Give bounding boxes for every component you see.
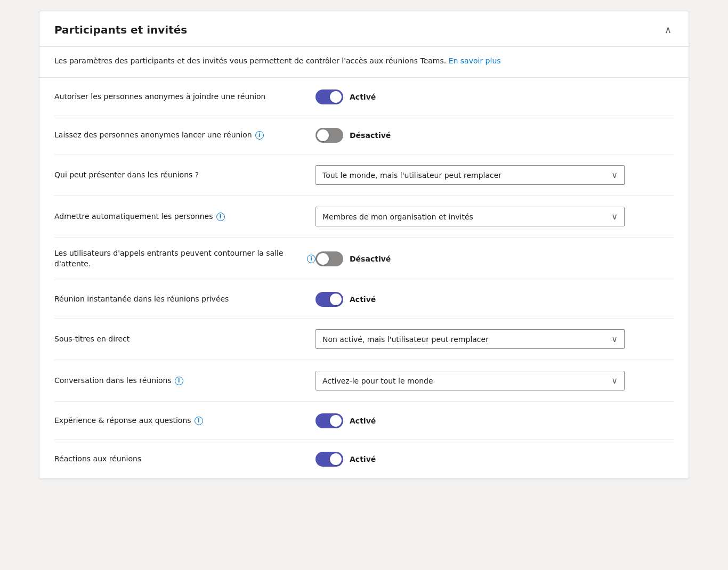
label-text-anonymous-join: Autoriser les personnes anonymes à joind… bbox=[54, 92, 266, 102]
panel-description: Les paramètres des participants et des i… bbox=[39, 47, 689, 78]
label-text-anonymous-start: Laissez des personnes anonymes lancer un… bbox=[54, 130, 252, 141]
setting-label-dial-in-bypass: Les utilisateurs d'appels entrants peuve… bbox=[54, 248, 316, 269]
setting-row-chat: Conversation dans les réunionsiActivez-l… bbox=[54, 360, 674, 402]
toggle-track-dial-in-bypass bbox=[316, 251, 343, 266]
setting-control-anonymous-join: Activé bbox=[316, 89, 674, 104]
collapse-icon: ∧ bbox=[665, 24, 672, 36]
dropdown-value-who-can-present: Tout le monde, mais l'utilisateur peut r… bbox=[322, 171, 501, 180]
description-text: Les paramètres des participants et des i… bbox=[54, 56, 446, 65]
toggle-thumb-instant-meeting bbox=[330, 294, 342, 305]
setting-row-instant-meeting: Réunion instantanée dans les réunions pr… bbox=[54, 280, 674, 319]
label-text-auto-admit: Admettre automatiquement les personnes bbox=[54, 211, 213, 222]
toggle-label-reactions: Activé bbox=[350, 455, 376, 463]
setting-label-qa: Expérience & réponse aux questionsi bbox=[54, 416, 316, 426]
dropdown-arrow-chat: ∨ bbox=[611, 376, 618, 386]
dropdown-who-can-present[interactable]: Tout le monde, mais l'utilisateur peut r… bbox=[316, 165, 625, 185]
toggle-wrapper-instant-meeting: Activé bbox=[316, 292, 376, 307]
label-text-who-can-present: Qui peut présenter dans les réunions ? bbox=[54, 170, 199, 181]
toggle-thumb-dial-in-bypass bbox=[317, 253, 329, 265]
label-text-dial-in-bypass: Les utilisateurs d'appels entrants peuve… bbox=[54, 248, 304, 269]
settings-list: Autoriser les personnes anonymes à joind… bbox=[39, 78, 689, 478]
setting-row-anonymous-start: Laissez des personnes anonymes lancer un… bbox=[54, 116, 674, 154]
dropdown-value-auto-admit: Membres de mon organisation et invités bbox=[322, 213, 473, 221]
dropdown-value-live-captions: Non activé, mais l'utilisateur peut remp… bbox=[322, 335, 489, 344]
setting-control-anonymous-start: Désactivé bbox=[316, 128, 674, 143]
info-icon-chat[interactable]: i bbox=[175, 377, 183, 385]
toggle-qa[interactable] bbox=[316, 413, 343, 428]
learn-more-link[interactable]: En savoir plus bbox=[449, 56, 501, 65]
toggle-track-instant-meeting bbox=[316, 292, 343, 307]
info-icon-qa[interactable]: i bbox=[195, 417, 203, 425]
toggle-track-reactions bbox=[316, 452, 343, 467]
info-icon-dial-in-bypass[interactable]: i bbox=[307, 255, 316, 263]
toggle-label-dial-in-bypass: Désactivé bbox=[350, 255, 391, 263]
setting-control-chat: Activez-le pour tout le monde∨ bbox=[316, 371, 674, 390]
setting-control-who-can-present: Tout le monde, mais l'utilisateur peut r… bbox=[316, 165, 674, 185]
setting-control-reactions: Activé bbox=[316, 452, 674, 467]
setting-control-dial-in-bypass: Désactivé bbox=[316, 251, 674, 266]
setting-control-auto-admit: Membres de mon organisation et invités∨ bbox=[316, 207, 674, 226]
toggle-anonymous-join[interactable] bbox=[316, 89, 343, 104]
toggle-label-anonymous-join: Activé bbox=[350, 93, 376, 101]
info-icon-anonymous-start[interactable]: i bbox=[255, 131, 264, 140]
toggle-track-anonymous-join bbox=[316, 89, 343, 104]
toggle-wrapper-anonymous-start: Désactivé bbox=[316, 128, 391, 143]
setting-label-chat: Conversation dans les réunionsi bbox=[54, 376, 316, 386]
setting-label-anonymous-join: Autoriser les personnes anonymes à joind… bbox=[54, 92, 316, 102]
toggle-dial-in-bypass[interactable] bbox=[316, 251, 343, 266]
setting-row-auto-admit: Admettre automatiquement les personnesiM… bbox=[54, 196, 674, 238]
label-text-reactions: Réactions aux réunions bbox=[54, 454, 141, 465]
toggle-thumb-reactions bbox=[330, 453, 342, 465]
label-text-instant-meeting: Réunion instantanée dans les réunions pr… bbox=[54, 294, 229, 305]
toggle-thumb-anonymous-start bbox=[317, 129, 329, 141]
toggle-track-qa bbox=[316, 413, 343, 428]
setting-row-live-captions: Sous-titres en directNon activé, mais l'… bbox=[54, 319, 674, 360]
toggle-label-instant-meeting: Activé bbox=[350, 295, 376, 304]
panel-title: Participants et invités bbox=[54, 23, 187, 36]
setting-label-anonymous-start: Laissez des personnes anonymes lancer un… bbox=[54, 130, 316, 141]
dropdown-live-captions[interactable]: Non activé, mais l'utilisateur peut remp… bbox=[316, 329, 625, 349]
participants-guests-panel: Participants et invités ∧ Les paramètres… bbox=[39, 11, 689, 479]
setting-label-who-can-present: Qui peut présenter dans les réunions ? bbox=[54, 170, 316, 181]
dropdown-arrow-auto-admit: ∨ bbox=[611, 211, 618, 222]
setting-label-auto-admit: Admettre automatiquement les personnesi bbox=[54, 211, 316, 222]
toggle-instant-meeting[interactable] bbox=[316, 292, 343, 307]
dropdown-auto-admit[interactable]: Membres de mon organisation et invités∨ bbox=[316, 207, 625, 226]
dropdown-arrow-who-can-present: ∨ bbox=[611, 170, 618, 180]
setting-row-anonymous-join: Autoriser les personnes anonymes à joind… bbox=[54, 78, 674, 116]
setting-row-reactions: Réactions aux réunionsActivé bbox=[54, 440, 674, 478]
setting-label-live-captions: Sous-titres en direct bbox=[54, 334, 316, 345]
toggle-wrapper-dial-in-bypass: Désactivé bbox=[316, 251, 391, 266]
panel-header: Participants et invités ∧ bbox=[39, 11, 689, 47]
toggle-wrapper-qa: Activé bbox=[316, 413, 376, 428]
dropdown-value-chat: Activez-le pour tout le monde bbox=[322, 377, 433, 385]
toggle-anonymous-start[interactable] bbox=[316, 128, 343, 143]
toggle-wrapper-anonymous-join: Activé bbox=[316, 89, 376, 104]
info-icon-auto-admit[interactable]: i bbox=[216, 213, 225, 221]
toggle-reactions[interactable] bbox=[316, 452, 343, 467]
dropdown-arrow-live-captions: ∨ bbox=[611, 334, 618, 344]
toggle-label-anonymous-start: Désactivé bbox=[350, 131, 391, 140]
toggle-thumb-qa bbox=[330, 415, 342, 427]
setting-row-dial-in-bypass: Les utilisateurs d'appels entrants peuve… bbox=[54, 238, 674, 280]
setting-control-live-captions: Non activé, mais l'utilisateur peut remp… bbox=[316, 329, 674, 349]
setting-control-qa: Activé bbox=[316, 413, 674, 428]
setting-label-reactions: Réactions aux réunions bbox=[54, 454, 316, 465]
label-text-chat: Conversation dans les réunions bbox=[54, 376, 172, 386]
toggle-thumb-anonymous-join bbox=[330, 91, 342, 103]
toggle-label-qa: Activé bbox=[350, 417, 376, 425]
setting-row-who-can-present: Qui peut présenter dans les réunions ?To… bbox=[54, 154, 674, 196]
label-text-qa: Expérience & réponse aux questions bbox=[54, 416, 191, 426]
setting-label-instant-meeting: Réunion instantanée dans les réunions pr… bbox=[54, 294, 316, 305]
toggle-track-anonymous-start bbox=[316, 128, 343, 143]
label-text-live-captions: Sous-titres en direct bbox=[54, 334, 130, 345]
collapse-button[interactable]: ∧ bbox=[662, 22, 674, 38]
toggle-wrapper-reactions: Activé bbox=[316, 452, 376, 467]
setting-row-qa: Expérience & réponse aux questionsiActiv… bbox=[54, 402, 674, 440]
dropdown-chat[interactable]: Activez-le pour tout le monde∨ bbox=[316, 371, 625, 390]
setting-control-instant-meeting: Activé bbox=[316, 292, 674, 307]
